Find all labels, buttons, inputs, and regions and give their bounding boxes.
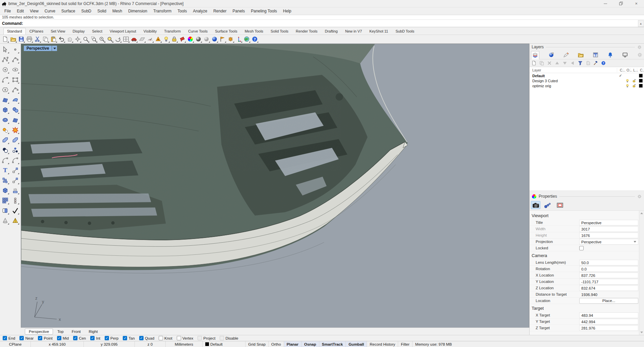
property-value-field[interactable]: 281.976 <box>579 325 638 331</box>
cone-icon[interactable] <box>1 216 9 225</box>
gears-icon[interactable] <box>1 126 9 134</box>
new-layer-icon[interactable] <box>531 60 537 66</box>
layer-filter-icon[interactable] <box>577 60 583 66</box>
save-icon[interactable] <box>17 35 25 43</box>
toolbar-tab[interactable]: Standard <box>3 28 26 35</box>
osnap-toggle[interactable]: End <box>3 336 15 340</box>
swap-visibility-icon[interactable] <box>1 206 9 215</box>
print-icon[interactable] <box>25 35 33 43</box>
scroll-down-icon[interactable] <box>640 332 643 333</box>
move-up-icon[interactable] <box>554 60 560 66</box>
viewport-layout-icon[interactable] <box>122 35 130 43</box>
osnap-checkbox[interactable] <box>198 336 202 340</box>
osnap-toggle[interactable]: Project <box>198 336 215 340</box>
property-value-field[interactable]: 832.674 <box>579 285 638 291</box>
fillet-icon[interactable] <box>1 136 9 144</box>
menu-item[interactable]: Analyze <box>190 8 210 14</box>
arc-icon[interactable] <box>1 75 9 84</box>
hazard-icon[interactable] <box>154 35 162 43</box>
property-value-field[interactable]: 50.0 <box>579 260 638 265</box>
toolbar-tab[interactable]: Mesh Tools <box>241 28 267 35</box>
toolbar-tab[interactable]: Curve Tools <box>184 28 211 35</box>
layers-panel-icon[interactable] <box>531 51 539 59</box>
close-button[interactable]: × <box>629 0 644 7</box>
text-icon[interactable]: T <box>1 166 9 175</box>
viewport-rect-icon[interactable] <box>555 201 565 209</box>
osnap-checkbox[interactable] <box>139 336 144 340</box>
osnap-checkbox[interactable] <box>220 336 224 340</box>
flag-icon[interactable] <box>219 35 226 43</box>
delete-layer-icon[interactable] <box>546 60 552 66</box>
menu-item[interactable]: Solid <box>94 8 109 14</box>
explode-icon[interactable] <box>11 126 19 134</box>
command-scroll-up-icon[interactable]: ▲ <box>638 20 644 27</box>
osnap-toggle[interactable]: Tan <box>123 336 135 340</box>
help-box-icon[interactable]: ? <box>593 51 598 59</box>
osnap-toggle[interactable]: Cen <box>73 336 86 340</box>
rectangle-icon[interactable] <box>11 75 19 84</box>
viewport-tab[interactable]: Perspective <box>25 329 53 335</box>
status-cell[interactable]: SmartTrack <box>319 341 346 347</box>
osnap-toggle[interactable]: Perp <box>105 336 118 340</box>
properties-scrollbar[interactable] <box>639 211 644 335</box>
property-value-field[interactable]: Perspective <box>579 239 632 245</box>
menu-item[interactable]: Panels <box>229 8 248 14</box>
distribute-icon[interactable] <box>11 176 19 185</box>
dropdown-arrow-icon[interactable] <box>632 239 638 245</box>
move-down-icon[interactable] <box>562 60 568 66</box>
check-icon[interactable] <box>11 206 19 215</box>
current-layer-check-icon[interactable]: ✓ <box>617 73 624 78</box>
osnap-toggle[interactable]: Quad <box>139 336 154 340</box>
pyramid-icon[interactable] <box>11 216 19 225</box>
lock-icon[interactable] <box>170 35 178 43</box>
menu-item[interactable]: Curve <box>42 8 58 14</box>
toolbar-tab[interactable]: Drafting <box>321 28 341 35</box>
menu-item[interactable]: File <box>1 8 14 14</box>
boolean-dots-icon[interactable] <box>11 146 19 154</box>
toolbar-tab[interactable]: New in V7 <box>341 28 366 35</box>
viewport-tab[interactable]: Right <box>85 329 101 334</box>
toolbar-tab[interactable]: KeyShot 11 <box>366 28 392 35</box>
open-file-icon[interactable] <box>9 35 17 43</box>
spheres-icon[interactable] <box>11 105 19 114</box>
chamfer-icon[interactable] <box>11 136 19 144</box>
osnap-toggle[interactable]: Near <box>19 336 34 340</box>
visibility-icon[interactable] <box>178 35 186 43</box>
toolbar-tab[interactable]: Transform <box>160 28 184 35</box>
light-icon[interactable] <box>162 35 170 43</box>
status-cell[interactable]: Ortho <box>269 341 284 347</box>
status-cell[interactable]: Planar <box>284 341 302 347</box>
distance-icon[interactable] <box>146 35 154 43</box>
osnap-toggle[interactable]: Vertex <box>177 336 194 340</box>
cut-icon[interactable] <box>34 35 41 43</box>
toolbar-tab[interactable]: Viewport Layout <box>106 28 140 35</box>
material-joints-icon[interactable] <box>543 201 552 209</box>
status-cell[interactable]: Filter <box>398 341 413 347</box>
status-cell[interactable]: Record History <box>367 341 398 347</box>
sublayer-icon[interactable] <box>539 60 545 66</box>
gear-icon[interactable] <box>637 194 642 199</box>
osnap-toggle[interactable]: Disable <box>220 336 238 340</box>
shaded-viewport-icon[interactable] <box>195 35 202 43</box>
osnap-checkbox[interactable] <box>123 336 127 340</box>
osnap-checkbox[interactable] <box>73 336 77 340</box>
osnap-checkbox[interactable] <box>159 336 163 340</box>
status-cell[interactable]: Millimeters <box>166 341 203 347</box>
solid-box-icon[interactable] <box>1 186 9 195</box>
status-cell[interactable]: CPlane <box>0 341 31 347</box>
select-arrow-icon[interactable] <box>1 45 9 54</box>
zoom-selected-icon[interactable] <box>98 35 106 43</box>
toolbar-tab[interactable]: Select <box>89 28 106 35</box>
new-file-icon[interactable] <box>1 35 9 43</box>
status-cell[interactable]: Default <box>203 341 246 347</box>
gear-icon[interactable] <box>637 45 642 50</box>
menu-item[interactable]: Edit <box>14 8 27 14</box>
ghosted-viewport-icon[interactable] <box>203 35 210 43</box>
osnap-checkbox[interactable] <box>3 336 7 340</box>
group-icon[interactable] <box>1 176 9 185</box>
boolean-circles-icon[interactable] <box>1 146 9 154</box>
match-layer-icon[interactable] <box>585 60 591 66</box>
layer-on-bulb-icon[interactable] <box>624 79 631 83</box>
property-value-field[interactable]: -1101.717 <box>579 279 638 285</box>
materials-panel-icon[interactable] <box>548 51 554 59</box>
